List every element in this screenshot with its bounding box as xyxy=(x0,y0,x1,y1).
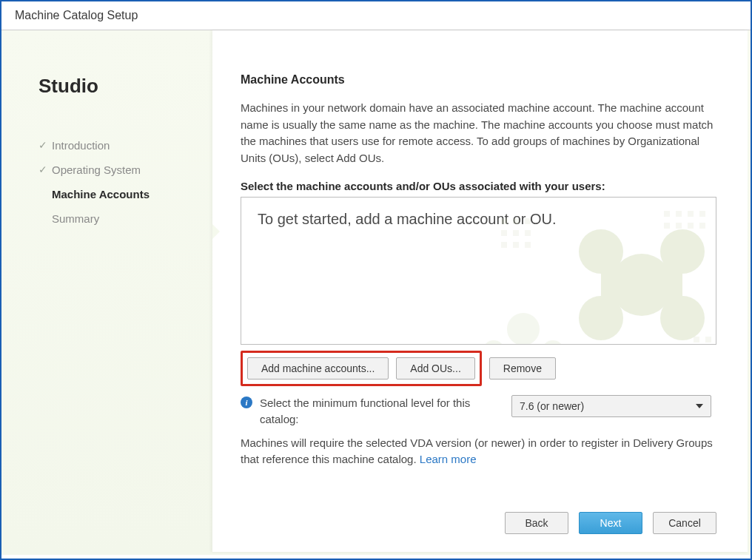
highlighted-buttons: Add machine accounts... Add OUs... xyxy=(241,351,482,386)
info-icon: i xyxy=(241,397,252,408)
svg-rect-15 xyxy=(513,242,519,248)
wizard-footer: Back Next Cancel xyxy=(241,497,716,534)
svg-rect-12 xyxy=(513,230,519,236)
step-operating-system[interactable]: Operating System xyxy=(38,158,212,182)
functional-level-label: Select the minimum functional level for … xyxy=(260,395,504,428)
svg-rect-24 xyxy=(699,223,705,229)
svg-point-0 xyxy=(611,254,673,316)
main-panel: Machine Accounts Machines in your networ… xyxy=(212,30,748,552)
wizard-sidebar: Studio Introduction Operating System Mac… xyxy=(1,30,212,555)
account-action-row: Add machine accounts... Add OUs... Remov… xyxy=(241,351,716,386)
page-heading: Machine Accounts xyxy=(241,73,716,87)
step-introduction[interactable]: Introduction xyxy=(38,133,212,158)
svg-point-6 xyxy=(542,340,564,345)
step-summary[interactable]: Summary xyxy=(38,206,212,231)
svg-point-4 xyxy=(660,229,705,274)
vda-note-text: Machines will require the selected VDA v… xyxy=(241,436,713,466)
svg-point-7 xyxy=(483,340,505,345)
vda-note: Machines will require the selected VDA v… xyxy=(241,435,716,468)
back-button[interactable]: Back xyxy=(505,512,568,534)
svg-point-1 xyxy=(579,296,623,340)
current-step-arrow xyxy=(212,224,220,239)
functional-level-select[interactable]: 7.6 (or newer) xyxy=(511,395,711,417)
step-machine-accounts[interactable]: Machine Accounts xyxy=(38,182,212,206)
accounts-empty-hint: To get started, add a machine account or… xyxy=(258,211,699,228)
svg-rect-16 xyxy=(525,242,531,248)
select-accounts-label: Select the machine accounts and/or OUs a… xyxy=(241,180,716,192)
functional-level-value: 7.6 (or newer) xyxy=(520,400,584,412)
svg-rect-11 xyxy=(501,230,507,236)
content-area: Studio Introduction Operating System Mac… xyxy=(1,30,751,555)
add-machine-accounts-button[interactable]: Add machine accounts... xyxy=(247,357,389,379)
svg-point-3 xyxy=(660,296,705,340)
cancel-button[interactable]: Cancel xyxy=(653,512,716,534)
functional-level-row: i Select the minimum functional level fo… xyxy=(241,395,716,428)
svg-rect-26 xyxy=(705,337,711,343)
chevron-down-icon xyxy=(696,404,703,408)
intro-paragraph: Machines in your network domain have an … xyxy=(241,100,716,166)
svg-rect-14 xyxy=(501,242,507,248)
remove-button[interactable]: Remove xyxy=(489,357,556,379)
svg-point-5 xyxy=(507,313,540,345)
svg-point-2 xyxy=(579,229,623,274)
accounts-listbox[interactable]: To get started, add a machine account or… xyxy=(241,197,716,345)
window-title: Machine Catalog Setup xyxy=(1,1,751,30)
svg-rect-25 xyxy=(694,337,699,343)
next-button[interactable]: Next xyxy=(579,512,642,534)
svg-rect-20 xyxy=(699,211,705,217)
add-ous-button[interactable]: Add OUs... xyxy=(396,357,474,379)
sidebar-title: Studio xyxy=(38,75,212,98)
learn-more-link[interactable]: Learn more xyxy=(420,453,477,465)
svg-rect-13 xyxy=(525,230,531,236)
